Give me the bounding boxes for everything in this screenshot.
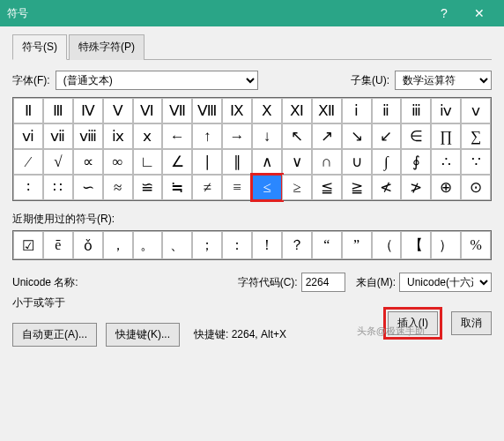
help-icon[interactable]: ? [426,6,462,20]
tab-bar: 符号(S) 特殊字符(P) [12,34,492,60]
symbol-cell[interactable]: ∕ [13,149,43,175]
symbol-grid: ⅡⅢⅣⅤⅥⅦⅧⅨⅩⅪⅫⅰⅱⅲⅳⅴⅵⅶⅷⅸⅹ←↑→↓↖↗↘↙∈∏∑∕√∝∞∟∠∣∥… [12,97,492,201]
subset-label: 子集(U): [351,73,389,88]
from-select[interactable]: Unicode(十六进 [399,273,492,292]
symbol-cell[interactable]: Ⅷ [192,98,222,123]
symbol-cell[interactable]: Ⅵ [133,98,163,123]
subset-select[interactable]: 数学运算符 [395,71,492,90]
symbol-cell[interactable]: ⅲ [401,98,431,123]
recent-cell[interactable]: 、 [162,231,192,259]
symbol-cell[interactable]: ∷ [43,175,73,200]
symbol-cell[interactable]: Ⅳ [73,98,103,123]
symbol-cell[interactable]: ↖ [282,123,312,149]
symbol-cell[interactable]: ⅸ [103,123,133,149]
symbol-cell[interactable]: ↑ [192,123,222,149]
symbol-cell[interactable]: ≒ [162,175,192,200]
char-code-input[interactable] [301,273,345,292]
symbol-cell[interactable]: ⊙ [461,175,491,200]
tab-symbols[interactable]: 符号(S) [12,34,67,60]
symbol-cell[interactable]: ≯ [401,175,431,200]
symbol-cell[interactable]: ⅹ [133,123,163,149]
symbol-cell[interactable]: Ⅹ [252,98,282,123]
recent-cell[interactable]: ǒ [73,231,103,259]
recent-cell[interactable]: “ [312,231,342,259]
recent-cell[interactable]: ： [222,231,252,259]
symbol-cell[interactable]: ∫ [372,149,402,175]
symbol-cell[interactable]: ∏ [431,123,461,149]
dialog-body: 符号(S) 特殊字符(P) 字体(F): (普通文本) 子集(U): 数学运算符… [0,26,504,347]
symbol-cell[interactable]: ⅴ [461,98,491,123]
symbol-cell[interactable]: ⅱ [372,98,402,123]
symbol-cell[interactable]: ∪ [342,149,372,175]
symbol-cell[interactable]: ≌ [133,175,163,200]
close-icon[interactable]: ✕ [462,6,497,20]
symbol-cell[interactable]: ≮ [372,175,402,200]
symbol-cell[interactable]: ∮ [401,149,431,175]
symbol-cell[interactable]: ⅶ [43,123,73,149]
symbol-cell[interactable]: ∞ [103,149,133,175]
unicode-name-label: Unicode 名称: [12,275,78,290]
symbol-cell[interactable]: ⅵ [13,123,43,149]
symbol-cell[interactable]: ∥ [222,149,252,175]
symbol-cell[interactable]: ∽ [73,175,103,200]
shortcut-button[interactable]: 快捷键(K)... [106,323,180,347]
symbol-cell[interactable]: ↙ [372,123,402,149]
symbol-cell[interactable]: ≧ [342,175,372,200]
symbol-cell[interactable]: ∝ [73,149,103,175]
recent-cell[interactable]: ） [431,231,461,259]
symbol-cell[interactable]: ↓ [252,123,282,149]
symbol-cell[interactable]: ≤ [252,175,282,200]
recent-cell[interactable]: ☑ [13,231,43,259]
symbol-cell[interactable]: ≠ [192,175,222,200]
symbol-cell[interactable]: Ⅸ [222,98,252,123]
recent-cell[interactable]: ？ [282,231,312,259]
font-select[interactable]: (普通文本) [56,71,258,90]
meta-row: Unicode 名称: 字符代码(C): 来自(M): Unicode(十六进 [12,273,492,292]
symbol-cell[interactable]: √ [43,149,73,175]
symbol-cell[interactable]: ≡ [222,175,252,200]
recent-cell[interactable]: % [461,231,491,259]
symbol-cell[interactable]: ≥ [282,175,312,200]
symbol-cell[interactable]: Ⅶ [162,98,192,123]
recent-cell[interactable]: ē [43,231,73,259]
symbol-cell[interactable]: ⊕ [431,175,461,200]
symbol-cell[interactable]: ↘ [342,123,372,149]
recent-cell[interactable]: 。 [133,231,163,259]
symbol-cell[interactable]: ⅷ [73,123,103,149]
symbol-cell[interactable]: ∶ [13,175,43,200]
autocorrect-button[interactable]: 自动更正(A)... [12,323,97,347]
symbol-cell[interactable]: ∣ [192,149,222,175]
symbol-cell[interactable]: ⅰ [342,98,372,123]
symbol-cell[interactable]: ∵ [461,149,491,175]
tab-special[interactable]: 特殊字符(P) [69,34,145,60]
recent-cell[interactable]: 【 [401,231,431,259]
recent-cell[interactable]: ； [192,231,222,259]
symbol-cell[interactable]: ∟ [133,149,163,175]
symbol-cell[interactable]: ↗ [312,123,342,149]
symbol-cell[interactable]: Ⅲ [43,98,73,123]
symbol-cell[interactable]: ∴ [431,149,461,175]
symbol-cell[interactable]: Ⅺ [282,98,312,123]
symbol-cell[interactable]: Ⅴ [103,98,133,123]
symbol-cell[interactable]: ∩ [312,149,342,175]
symbol-cell[interactable]: ∑ [461,123,491,149]
symbol-cell[interactable]: ⅳ [431,98,461,123]
cancel-button[interactable]: 取消 [451,311,492,335]
symbol-cell[interactable]: ∈ [401,123,431,149]
recent-cell[interactable]: ” [342,231,372,259]
symbol-cell[interactable]: ∧ [252,149,282,175]
symbol-cell[interactable]: ∠ [162,149,192,175]
recent-cell[interactable]: （ [372,231,402,259]
recent-cell[interactable]: ， [103,231,133,259]
insert-button[interactable]: 插入(I) [388,311,438,335]
symbol-cell[interactable]: ← [162,123,192,149]
recent-cell[interactable]: ！ [252,231,282,259]
symbol-cell[interactable]: Ⅻ [312,98,342,123]
font-label: 字体(F): [12,73,50,88]
symbol-cell[interactable]: ≦ [312,175,342,200]
symbol-cell[interactable]: ≈ [103,175,133,200]
symbol-cell[interactable]: Ⅱ [13,98,43,123]
symbol-cell[interactable]: ∨ [282,149,312,175]
titlebar: 符号 ? ✕ [0,0,504,26]
symbol-cell[interactable]: → [222,123,252,149]
